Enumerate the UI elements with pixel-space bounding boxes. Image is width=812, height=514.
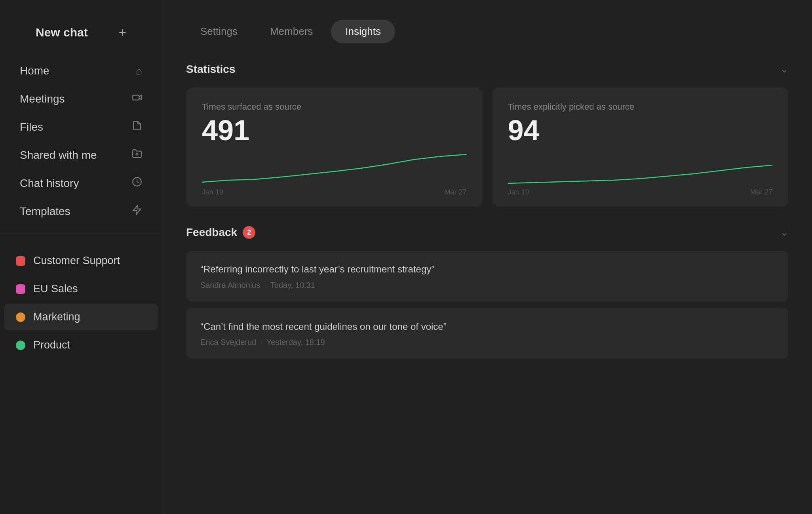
workspace-label-product: Product [33,339,70,351]
workspace-dot-marketing [16,312,25,322]
feedback-meta-2: Erica Svejderud · Yesterday, 18:19 [200,338,774,347]
feedback-section: Feedback 2 ⌄ “Referring incorrectly to l… [186,226,788,359]
stat-card-surfaced: Times surfaced as source 491 Jan 19 Mar … [186,88,483,206]
feedback-header: Feedback 2 ⌄ [186,226,788,239]
tab-settings[interactable]: Settings [186,20,252,43]
statistics-header: Statistics ⌄ [186,63,788,76]
stat-picked-chart: Jan 19 Mar 27 [508,152,773,192]
stat-picked-value: 94 [508,116,773,145]
sidebar-item-meetings-label: Meetings [20,93,65,105]
feedback-quote-2: “Can’t find the most recent guidelines o… [200,320,774,333]
sidebar-nav: Home ⌂ Meetings Files Shared with me Cha… [0,57,162,226]
workspace-dot-customer-support [16,256,25,266]
feedback-dot-1: · [264,281,266,290]
feedback-dot-2: · [260,338,262,347]
feedback-author-1: Sandra Almonius [200,281,260,290]
feedback-badge: 2 [243,226,255,239]
workspace-label-customer-support: Customer Support [33,255,120,267]
feedback-meta-1: Sandra Almonius · Today, 10:31 [200,281,774,290]
tab-insights[interactable]: Insights [331,20,395,43]
stat-picked-label: Times explicitly picked as source [508,102,773,112]
chart-dates-picked: Jan 19 Mar 27 [508,188,773,196]
new-chat-label: New chat [36,26,88,39]
main-content: Settings Members Insights Statistics ⌄ T… [162,0,812,514]
sidebar-item-templates[interactable]: Templates [4,198,158,225]
workspaces-list: Customer Support EU Sales Marketing Prod… [0,242,162,514]
feedback-time-1: Today, 10:31 [270,281,315,290]
workspace-dot-product [16,341,25,350]
plus-icon: + [118,25,126,40]
feedback-quote-1: “Referring incorrectly to last year’s re… [200,263,774,276]
sidebar-item-chat-history-label: Chat history [20,177,79,190]
feedback-item-2: “Can’t find the most recent guidelines o… [186,308,788,359]
feedback-item-1: “Referring incorrectly to last year’s re… [186,251,788,302]
statistics-chevron-icon[interactable]: ⌄ [780,64,788,75]
chart-svg-picked [508,152,773,184]
home-icon: ⌂ [136,65,142,77]
chart-dates-surfaced: Jan 19 Mar 27 [202,188,467,196]
files-icon [132,120,142,133]
sidebar-item-files-label: Files [20,121,43,133]
chart-date-start-picked: Jan 19 [508,188,529,196]
chart-date-end-picked: Mar 27 [750,188,772,196]
stat-surfaced-label: Times surfaced as source [202,102,467,112]
chart-date-start-surfaced: Jan 19 [202,188,223,196]
feedback-title: Feedback [186,226,237,239]
stat-card-picked: Times explicitly picked as source 94 Jan… [492,88,789,206]
workspace-item-product[interactable]: Product [4,332,158,358]
workspace-label-eu-sales: EU Sales [33,283,78,295]
sidebar-item-shared-label: Shared with me [20,149,97,162]
feedback-author-2: Erica Svejderud [200,338,256,347]
workspace-dot-eu-sales [16,284,25,294]
sidebar-item-meetings[interactable]: Meetings [4,85,158,112]
sidebar-item-home[interactable]: Home ⌂ [4,57,158,84]
statistics-title: Statistics [186,63,236,76]
sidebar-divider [0,234,162,234]
sidebar-item-files[interactable]: Files [4,113,158,141]
feedback-title-row: Feedback 2 [186,226,255,239]
shared-icon [132,148,142,162]
templates-icon [132,205,142,218]
sidebar-item-templates-label: Templates [20,205,70,218]
sidebar-item-home-label: Home [20,65,49,77]
sidebar-item-shared[interactable]: Shared with me [4,141,158,169]
workspace-item-customer-support[interactable]: Customer Support [4,247,158,274]
stat-surfaced-value: 491 [202,116,467,145]
tabs-bar: Settings Members Insights [186,20,788,43]
workspace-label-marketing: Marketing [33,311,80,323]
feedback-time-2: Yesterday, 18:19 [266,338,325,347]
svg-marker-2 [133,206,141,214]
feedback-chevron-icon[interactable]: ⌄ [780,227,788,238]
meetings-icon [132,92,142,105]
tab-members[interactable]: Members [256,20,327,43]
sidebar-item-chat-history[interactable]: Chat history [4,169,158,197]
sidebar: New chat + Home ⌂ Meetings Files Shared … [0,0,162,514]
workspace-item-eu-sales[interactable]: EU Sales [4,276,158,302]
stat-surfaced-chart: Jan 19 Mar 27 [202,152,467,192]
chart-date-end-surfaced: Mar 27 [444,188,466,196]
chat-history-icon [132,177,142,190]
chart-svg-surfaced [202,152,467,184]
stats-grid: Times surfaced as source 491 Jan 19 Mar … [186,88,788,206]
new-chat-button[interactable]: New chat + [20,17,142,48]
workspace-item-marketing[interactable]: Marketing [4,304,158,330]
svg-rect-0 [133,95,139,100]
